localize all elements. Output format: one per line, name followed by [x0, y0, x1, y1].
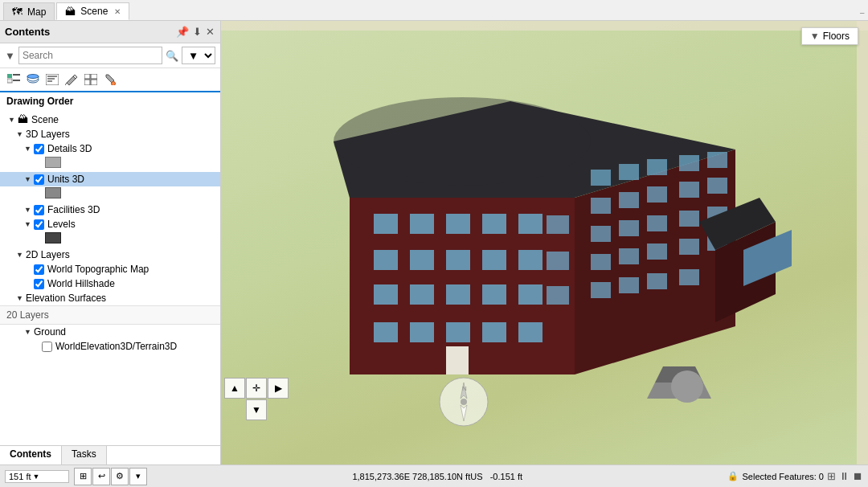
svg-rect-18	[374, 214, 398, 234]
zoom-extent-button[interactable]: ⊞	[74, 468, 92, 485]
nav-up-button[interactable]: ▲	[224, 378, 245, 399]
svg-rect-39	[482, 322, 506, 342]
world-hillshade-checkbox[interactable]	[34, 279, 44, 289]
tab-map-label: Map	[27, 6, 46, 18]
world-elevation-checkbox[interactable]	[42, 342, 52, 352]
elevation-value: -0.151 ft	[490, 472, 522, 481]
status-icon-1[interactable]: ⊞	[827, 470, 836, 482]
svg-rect-19	[410, 214, 434, 234]
search-icon[interactable]: 🔍	[166, 50, 178, 62]
map-area[interactable]: ▼ Floors ▲ ✛ ▶ ▼ N	[221, 21, 868, 464]
sidebar-header-icons: 📌 ⬇ ✕	[175, 25, 215, 39]
bottom-tab-contents[interactable]: Contents	[0, 446, 62, 464]
svg-rect-63	[619, 277, 639, 293]
nav-pan-button[interactable]: ✛	[246, 378, 267, 399]
close-icon[interactable]: ✕	[205, 25, 215, 39]
scale-selector[interactable]: 151 ft ▼	[5, 470, 69, 483]
zoom-prev-button[interactable]: ↩	[92, 468, 110, 485]
svg-rect-54	[647, 215, 667, 231]
svg-rect-55	[679, 211, 699, 227]
svg-rect-11	[91, 74, 97, 79]
tree-item-facilities3d[interactable]: ▼ Facilities 3D	[0, 203, 220, 217]
svg-rect-58	[619, 248, 639, 264]
svg-rect-21	[482, 214, 506, 234]
tree-item-world-topo[interactable]: World Topographic Map	[0, 262, 220, 276]
pin-icon[interactable]: 📌	[175, 25, 190, 39]
details3d-checkbox[interactable]	[34, 144, 44, 154]
tab-scene-label: Scene	[80, 6, 108, 17]
units3d-checkbox[interactable]	[34, 174, 44, 185]
svg-line-9	[65, 83, 67, 85]
tree-item-levels[interactable]: ▼ Levels	[0, 217, 220, 231]
svg-rect-41	[446, 346, 469, 374]
map-icon: 🗺	[12, 6, 23, 18]
tree-item-2d-layers[interactable]: ▼ 2D Layers	[0, 248, 220, 262]
tree-item-units3d[interactable]: ▼ Units 3D	[0, 172, 220, 186]
map-options-button[interactable]: ▾	[129, 468, 147, 485]
nav-controls: ▲ ✛ ▶ ▼	[224, 378, 289, 420]
layer-tree: ▼ 🏔 Scene ▼ 3D Layers ▼ Details 3D ▼	[0, 108, 220, 445]
svg-rect-40	[518, 322, 542, 342]
expand-3d-icon: ▼	[16, 130, 24, 138]
tree-item-scene[interactable]: ▼ 🏔 Scene	[0, 112, 220, 127]
search-bar: ▼ 🔍 ▼	[0, 43, 220, 68]
tab-scene[interactable]: 🏔 Scene ✕	[56, 2, 129, 20]
3d-layers-label: 3D Layers	[26, 129, 70, 140]
paint-button[interactable]	[101, 71, 119, 88]
tree-item-world-elevation[interactable]: WorldElevation3D/Terrain3D	[0, 339, 220, 354]
tree-item-details3d[interactable]: ▼ Details 3D	[0, 141, 220, 156]
search-dropdown[interactable]: ▼	[182, 47, 215, 64]
down-arrow-icon[interactable]: ⬇	[192, 25, 203, 39]
layers-count: 20 Layers	[0, 305, 220, 325]
search-input[interactable]	[18, 47, 162, 64]
svg-rect-32	[446, 284, 470, 305]
tab-map[interactable]: 🗺 Map	[3, 2, 55, 20]
svg-rect-23	[547, 215, 569, 234]
svg-text:N: N	[462, 385, 467, 392]
expand-levels-icon: ▼	[24, 220, 32, 228]
floors-button[interactable]: ▼ Floors	[801, 27, 858, 45]
pencil-button[interactable]	[63, 71, 80, 88]
svg-rect-57	[591, 254, 611, 270]
levels-label: Levels	[47, 219, 76, 230]
svg-rect-37	[410, 322, 434, 342]
tree-item-elevation-surfaces[interactable]: ▼ Elevation Surfaces	[0, 291, 220, 305]
tree-item-3d-layers[interactable]: ▼ 3D Layers	[0, 127, 220, 141]
tree-item-ground[interactable]: ▼ Ground	[0, 325, 220, 339]
tab-scene-close[interactable]: ✕	[114, 7, 121, 16]
svg-rect-44	[647, 159, 667, 175]
map-tools-button[interactable]: ⚙	[111, 468, 129, 485]
selected-features: Selected Features: 0	[742, 472, 824, 481]
expand-details3d-icon: ▼	[24, 145, 32, 153]
scene-layer-label: Scene	[31, 114, 59, 125]
nav-down-button[interactable]: ▼	[246, 399, 267, 420]
stop-button[interactable]: ⏹	[853, 470, 863, 482]
svg-rect-0	[7, 74, 12, 78]
svg-rect-35	[547, 286, 569, 305]
world-topo-checkbox[interactable]	[34, 264, 44, 275]
grid-view-button[interactable]	[82, 71, 100, 88]
elevation-surfaces-label: Elevation Surfaces	[26, 293, 106, 304]
svg-rect-50	[679, 182, 699, 198]
facilities3d-checkbox[interactable]	[34, 205, 44, 215]
svg-rect-34	[518, 284, 542, 305]
pause-button[interactable]: ⏸	[839, 470, 850, 482]
svg-rect-45	[679, 155, 699, 171]
minimize-icon[interactable]: −	[860, 8, 865, 18]
filter-view-button[interactable]	[43, 71, 61, 88]
bottom-tab-tasks[interactable]: Tasks	[62, 446, 107, 464]
svg-rect-60	[679, 239, 699, 255]
database-view-button[interactable]	[24, 71, 42, 88]
svg-point-4	[27, 75, 39, 79]
svg-rect-48	[619, 192, 639, 208]
list-view-button[interactable]	[5, 71, 23, 88]
expand-2d-icon: ▼	[16, 251, 24, 259]
nav-right-button[interactable]: ▶	[268, 378, 289, 399]
svg-rect-65	[679, 269, 699, 285]
tree-item-world-hillshade[interactable]: World Hillshade	[0, 276, 220, 291]
levels-checkbox[interactable]	[34, 219, 44, 230]
2d-layers-label: 2D Layers	[26, 249, 70, 260]
facilities3d-label: Facilities 3D	[47, 204, 100, 215]
building-3d	[269, 37, 816, 439]
svg-point-71	[671, 370, 703, 403]
